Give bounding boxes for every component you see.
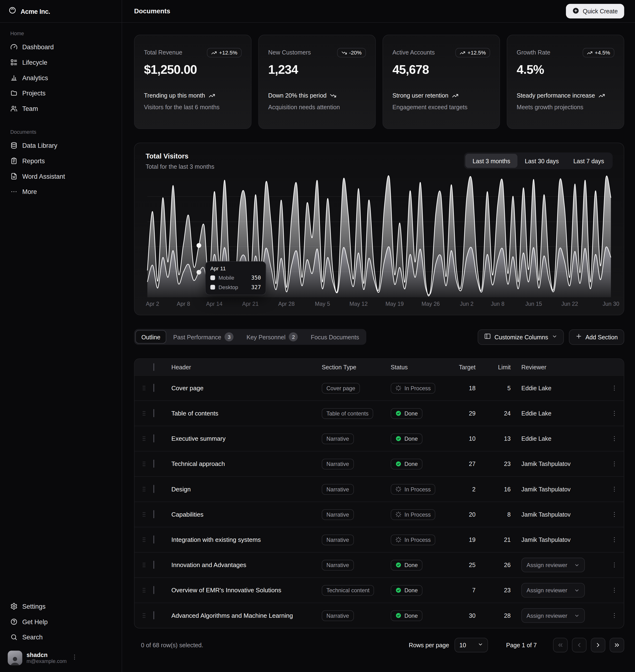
row-header[interactable]: Innovation and Advantages: [169, 562, 322, 568]
drag-handle-icon[interactable]: [134, 410, 153, 417]
range-last-30-days[interactable]: Last 30 days: [518, 154, 566, 168]
sidebar-item-analytics[interactable]: Analytics: [7, 70, 115, 85]
sidebar-item-team[interactable]: Team: [7, 100, 115, 116]
drag-handle-icon[interactable]: [134, 587, 153, 594]
row-actions-button[interactable]: [605, 410, 624, 417]
user-menu-ellipsis-icon[interactable]: [71, 654, 78, 662]
row-checkbox[interactable]: [153, 485, 154, 493]
range-last-3-months[interactable]: Last 3 months: [465, 154, 518, 168]
target-value[interactable]: 29: [451, 410, 477, 417]
quick-create-button[interactable]: Quick Create: [566, 4, 624, 18]
row-checkbox[interactable]: [153, 384, 154, 392]
rows-per-page-select[interactable]: 10: [455, 638, 488, 652]
limit-value[interactable]: 23: [477, 461, 512, 467]
drag-handle-icon[interactable]: [134, 384, 153, 391]
sidebar-item-data-library[interactable]: Data Library: [7, 137, 115, 153]
sidebar-item-settings[interactable]: Settings: [7, 599, 115, 614]
user-menu[interactable]: shadcn m@example.com: [4, 648, 117, 668]
drag-handle-icon[interactable]: [134, 461, 153, 467]
drag-handle-icon[interactable]: [134, 435, 153, 442]
row-checkbox[interactable]: [153, 434, 154, 442]
target-value[interactable]: 7: [451, 587, 477, 594]
range-last-7-days[interactable]: Last 7 days: [566, 154, 611, 168]
area-chart[interactable]: Apr 11 Mobile350Desktop327: [147, 179, 611, 297]
next-page-button[interactable]: [591, 638, 605, 652]
row-checkbox[interactable]: [153, 611, 154, 620]
row-actions-button[interactable]: [605, 536, 624, 543]
prev-page-button[interactable]: [572, 638, 587, 652]
row-header[interactable]: Overview of EMR's Innovative Solutions: [169, 587, 322, 594]
sidebar-item-word-assistant[interactable]: Word Assistant: [7, 168, 115, 184]
sidebar-item-label: Dashboard: [22, 43, 54, 50]
tab-past-performance[interactable]: Past Performance3: [167, 330, 240, 344]
drag-handle-icon[interactable]: [134, 536, 153, 543]
row-header[interactable]: Advanced Algorithms and Machine Learning: [169, 612, 322, 619]
row-checkbox[interactable]: [153, 561, 154, 569]
row-header[interactable]: Table of contents: [169, 410, 322, 417]
row-header[interactable]: Design: [169, 486, 322, 493]
target-value[interactable]: 25: [451, 562, 477, 568]
limit-value[interactable]: 21: [477, 536, 512, 543]
sidebar-item-more[interactable]: More: [7, 184, 115, 199]
row-actions-button[interactable]: [605, 612, 624, 619]
sidebar-item-lifecycle[interactable]: Lifecycle: [7, 54, 115, 70]
row-header[interactable]: Cover page: [169, 384, 322, 391]
limit-value[interactable]: 28: [477, 612, 512, 619]
row-actions-button[interactable]: [605, 384, 624, 391]
row-actions-button[interactable]: [605, 486, 624, 493]
add-section-button[interactable]: Add Section: [569, 329, 624, 344]
target-value[interactable]: 20: [451, 511, 477, 518]
row-checkbox[interactable]: [153, 409, 154, 417]
row-checkbox[interactable]: [153, 535, 154, 543]
sidebar-item-projects[interactable]: Projects: [7, 85, 115, 100]
status-badge: Done: [391, 560, 422, 570]
target-value[interactable]: 2: [451, 486, 477, 493]
drag-handle-icon[interactable]: [134, 511, 153, 518]
row-checkbox[interactable]: [153, 510, 154, 518]
drag-handle-icon[interactable]: [134, 612, 153, 619]
target-value[interactable]: 18: [451, 384, 477, 391]
limit-value[interactable]: 24: [477, 410, 512, 417]
row-header[interactable]: Executive summary: [169, 435, 322, 442]
sidebar: Acme Inc. HomeDashboardLifecycleAnalytic…: [0, 0, 122, 672]
target-value[interactable]: 27: [451, 461, 477, 467]
row-header[interactable]: Technical approach: [169, 461, 322, 467]
row-actions-button[interactable]: [605, 587, 624, 594]
row-actions-button[interactable]: [605, 435, 624, 442]
sidebar-item-dashboard[interactable]: Dashboard: [7, 39, 115, 54]
row-checkbox[interactable]: [153, 460, 154, 468]
row-actions-button[interactable]: [605, 461, 624, 467]
limit-value[interactable]: 23: [477, 587, 512, 594]
status-badge: In Process: [391, 383, 436, 393]
first-page-button[interactable]: [553, 638, 568, 652]
row-header[interactable]: Capabilities: [169, 511, 322, 518]
row-header[interactable]: Integration with existing systems: [169, 536, 322, 543]
sidebar-header[interactable]: Acme Inc.: [0, 0, 122, 23]
target-value[interactable]: 19: [451, 536, 477, 543]
select-all-checkbox[interactable]: [153, 363, 154, 371]
limit-value[interactable]: 16: [477, 486, 512, 493]
assign-reviewer-select[interactable]: Assign reviewer: [522, 583, 585, 598]
limit-value[interactable]: 13: [477, 435, 512, 442]
limit-value[interactable]: 5: [477, 384, 512, 391]
sidebar-item-reports[interactable]: Reports: [7, 153, 115, 169]
last-page-button[interactable]: [610, 638, 624, 652]
customize-columns-button[interactable]: Customize Columns: [478, 329, 563, 344]
limit-value[interactable]: 8: [477, 511, 512, 518]
row-checkbox[interactable]: [153, 586, 154, 594]
row-actions-button[interactable]: [605, 562, 624, 568]
tab-focus-documents[interactable]: Focus Documents: [305, 330, 365, 344]
drag-handle-icon[interactable]: [134, 486, 153, 493]
limit-value[interactable]: 26: [477, 562, 512, 568]
sidebar-item-get-help[interactable]: Get Help: [7, 614, 115, 629]
drag-handle-icon[interactable]: [134, 562, 153, 568]
row-actions-button[interactable]: [605, 511, 624, 518]
target-value[interactable]: 10: [451, 435, 477, 442]
assign-reviewer-select[interactable]: Assign reviewer: [522, 608, 585, 623]
tab-outline[interactable]: Outline: [135, 330, 167, 344]
loader-icon: [395, 486, 401, 492]
target-value[interactable]: 30: [451, 612, 477, 619]
assign-reviewer-select[interactable]: Assign reviewer: [522, 558, 585, 572]
sidebar-item-search[interactable]: Search: [7, 629, 115, 645]
tab-key-personnel[interactable]: Key Personnel2: [241, 330, 304, 344]
